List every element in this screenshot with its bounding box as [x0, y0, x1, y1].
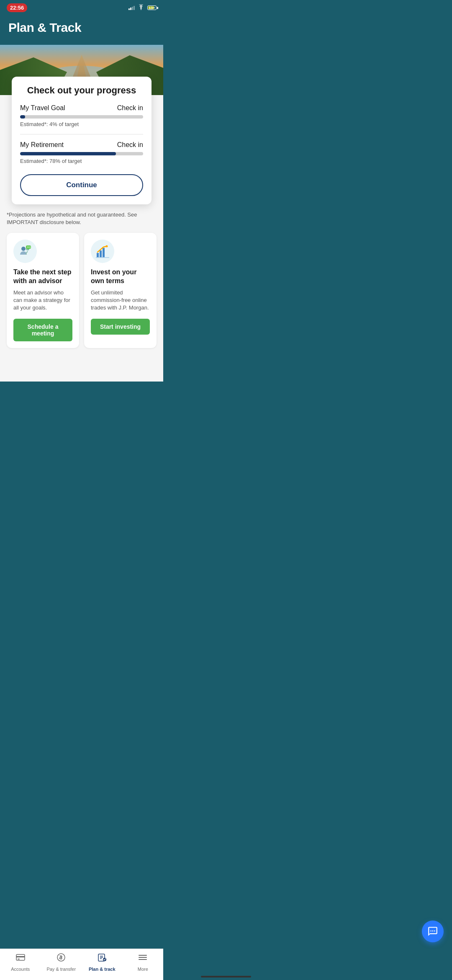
- goal-travel-name: My Travel Goal: [20, 104, 65, 112]
- goal-retirement-progress-bar: [20, 152, 143, 155]
- page-title: Plan & Track: [8, 21, 155, 35]
- advisor-card: Take the next step with an advisor Meet …: [7, 233, 79, 348]
- goal-retirement-header: My Retirement Check in: [20, 141, 143, 149]
- goal-retirement-estimate: Estimated*: 78% of target: [20, 158, 143, 164]
- invest-icon: [91, 240, 114, 263]
- signal-icon: [128, 6, 135, 10]
- continue-button[interactable]: Continue: [20, 174, 143, 196]
- goal-travel: My Travel Goal Check in Estimated*: 4% o…: [20, 104, 143, 127]
- svg-point-11: [30, 247, 31, 248]
- invest-card: Invest on your own terms Get unlimited c…: [84, 233, 157, 348]
- status-icons: 13+: [128, 4, 157, 11]
- svg-point-9: [27, 247, 28, 248]
- wifi-icon: [137, 4, 145, 11]
- advisor-card-title: Take the next step with an advisor: [13, 268, 72, 286]
- goal-travel-estimate: Estimated*: 4% of target: [20, 121, 143, 127]
- svg-rect-13: [100, 250, 102, 257]
- schedule-meeting-button[interactable]: Schedule a meeting: [13, 319, 72, 341]
- page-header: Plan & Track: [0, 14, 163, 45]
- svg-point-15: [106, 245, 108, 248]
- main-content: Check out your progress My Travel Goal C…: [0, 95, 163, 382]
- goal-travel-fill: [20, 115, 25, 119]
- invest-card-desc: Get unlimited commission-free online tra…: [91, 289, 150, 312]
- status-time: 22:56: [7, 3, 27, 12]
- disclaimer-text: *Projections are hypothetical and not gu…: [7, 211, 157, 226]
- svg-point-5: [21, 247, 26, 251]
- goal-travel-check-in[interactable]: Check in: [117, 104, 143, 112]
- svg-rect-14: [103, 248, 105, 257]
- goal-retirement: My Retirement Check in Estimated*: 78% o…: [20, 141, 143, 164]
- svg-point-10: [28, 247, 29, 248]
- goal-retirement-fill: [20, 152, 116, 155]
- advisor-card-desc: Meet an advisor who can make a strategy …: [13, 289, 72, 312]
- goal-travel-header: My Travel Goal Check in: [20, 104, 143, 112]
- progress-card-title: Check out your progress: [20, 85, 143, 96]
- svg-rect-12: [97, 253, 99, 257]
- start-investing-button[interactable]: Start investing: [91, 319, 150, 335]
- feature-cards-row: Take the next step with an advisor Meet …: [7, 233, 157, 348]
- goal-retirement-name: My Retirement: [20, 141, 64, 149]
- goal-retirement-check-in[interactable]: Check in: [117, 141, 143, 149]
- progress-card: Check out your progress My Travel Goal C…: [12, 77, 152, 204]
- battery-icon: 13+: [147, 5, 157, 10]
- goal-divider: [20, 134, 143, 134]
- status-bar: 22:56 13+: [0, 0, 163, 14]
- invest-card-title: Invest on your own terms: [91, 268, 150, 286]
- goal-travel-progress-bar: [20, 115, 143, 119]
- svg-rect-16: [96, 257, 109, 258]
- advisor-icon: [13, 240, 37, 263]
